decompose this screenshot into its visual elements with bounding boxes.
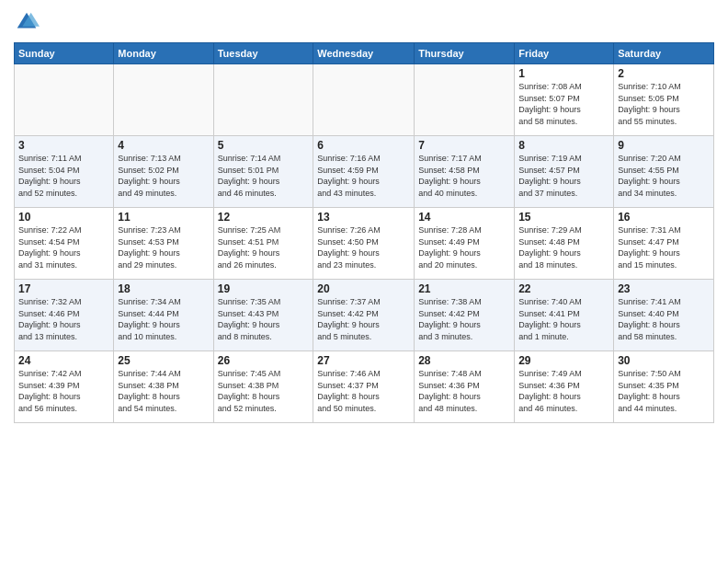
calendar-cell: 21Sunrise: 7:38 AM Sunset: 4:42 PM Dayli… <box>415 280 515 351</box>
calendar-cell: 14Sunrise: 7:28 AM Sunset: 4:49 PM Dayli… <box>415 208 515 280</box>
day-number: 27 <box>317 354 410 367</box>
day-number: 18 <box>118 282 209 295</box>
weekday-header-sunday: Sunday <box>15 43 114 64</box>
week-row-2: 3Sunrise: 7:11 AM Sunset: 5:04 PM Daylig… <box>15 136 714 208</box>
day-info: Sunrise: 7:49 AM Sunset: 4:36 PM Dayligh… <box>518 368 609 414</box>
day-number: 16 <box>618 211 710 224</box>
calendar-cell: 8Sunrise: 7:19 AM Sunset: 4:57 PM Daylig… <box>515 136 614 208</box>
day-number: 21 <box>418 282 510 295</box>
day-number: 12 <box>218 211 310 224</box>
calendar-cell: 5Sunrise: 7:14 AM Sunset: 5:01 PM Daylig… <box>213 136 313 208</box>
day-info: Sunrise: 7:22 AM Sunset: 4:54 PM Dayligh… <box>18 224 109 270</box>
day-number: 20 <box>317 282 410 295</box>
day-number: 24 <box>18 354 109 367</box>
day-info: Sunrise: 7:40 AM Sunset: 4:41 PM Dayligh… <box>518 296 609 342</box>
logo <box>14 9 43 35</box>
weekday-header-row: SundayMondayTuesdayWednesdayThursdayFrid… <box>15 43 714 64</box>
weekday-header-wednesday: Wednesday <box>313 43 415 64</box>
day-number: 5 <box>218 139 310 152</box>
day-info: Sunrise: 7:42 AM Sunset: 4:39 PM Dayligh… <box>18 368 109 414</box>
calendar-cell: 18Sunrise: 7:34 AM Sunset: 4:44 PM Dayli… <box>114 280 213 351</box>
day-number: 8 <box>518 139 609 152</box>
calendar-cell <box>415 64 515 136</box>
day-info: Sunrise: 7:41 AM Sunset: 4:40 PM Dayligh… <box>618 296 710 342</box>
calendar-cell: 23Sunrise: 7:41 AM Sunset: 4:40 PM Dayli… <box>614 280 714 351</box>
calendar-cell: 28Sunrise: 7:48 AM Sunset: 4:36 PM Dayli… <box>415 351 515 423</box>
calendar-cell: 22Sunrise: 7:40 AM Sunset: 4:41 PM Dayli… <box>515 280 614 351</box>
day-info: Sunrise: 7:23 AM Sunset: 4:53 PM Dayligh… <box>118 224 209 270</box>
calendar-cell: 16Sunrise: 7:31 AM Sunset: 4:47 PM Dayli… <box>614 208 714 280</box>
week-row-1: 1Sunrise: 7:08 AM Sunset: 5:07 PM Daylig… <box>15 64 714 136</box>
weekday-header-monday: Monday <box>114 43 213 64</box>
day-info: Sunrise: 7:17 AM Sunset: 4:58 PM Dayligh… <box>418 153 510 199</box>
day-info: Sunrise: 7:31 AM Sunset: 4:47 PM Dayligh… <box>618 224 710 270</box>
day-number: 7 <box>418 139 510 152</box>
calendar-cell: 15Sunrise: 7:29 AM Sunset: 4:48 PM Dayli… <box>515 208 614 280</box>
day-info: Sunrise: 7:35 AM Sunset: 4:43 PM Dayligh… <box>218 296 310 342</box>
calendar-cell: 24Sunrise: 7:42 AM Sunset: 4:39 PM Dayli… <box>15 351 114 423</box>
day-info: Sunrise: 7:14 AM Sunset: 5:01 PM Dayligh… <box>218 153 310 199</box>
day-number: 23 <box>618 282 710 295</box>
calendar-cell: 29Sunrise: 7:49 AM Sunset: 4:36 PM Dayli… <box>515 351 614 423</box>
calendar-cell: 2Sunrise: 7:10 AM Sunset: 5:05 PM Daylig… <box>614 64 714 136</box>
day-number: 11 <box>118 211 209 224</box>
day-number: 22 <box>518 282 609 295</box>
day-info: Sunrise: 7:11 AM Sunset: 5:04 PM Dayligh… <box>18 153 109 199</box>
calendar-cell: 19Sunrise: 7:35 AM Sunset: 4:43 PM Dayli… <box>213 280 313 351</box>
day-info: Sunrise: 7:45 AM Sunset: 4:38 PM Dayligh… <box>218 368 310 414</box>
calendar-cell: 13Sunrise: 7:26 AM Sunset: 4:50 PM Dayli… <box>313 208 415 280</box>
day-number: 4 <box>118 139 209 152</box>
day-info: Sunrise: 7:34 AM Sunset: 4:44 PM Dayligh… <box>118 296 209 342</box>
day-number: 1 <box>518 67 609 80</box>
calendar-table: SundayMondayTuesdayWednesdayThursdayFrid… <box>14 42 714 423</box>
week-row-3: 10Sunrise: 7:22 AM Sunset: 4:54 PM Dayli… <box>15 208 714 280</box>
calendar-cell: 7Sunrise: 7:17 AM Sunset: 4:58 PM Daylig… <box>415 136 515 208</box>
header <box>14 9 714 35</box>
day-number: 29 <box>518 354 609 367</box>
logo-icon <box>14 9 40 35</box>
day-info: Sunrise: 7:28 AM Sunset: 4:49 PM Dayligh… <box>418 224 510 270</box>
calendar-cell: 6Sunrise: 7:16 AM Sunset: 4:59 PM Daylig… <box>313 136 415 208</box>
day-number: 14 <box>418 211 510 224</box>
day-info: Sunrise: 7:08 AM Sunset: 5:07 PM Dayligh… <box>518 81 609 127</box>
calendar-cell <box>213 64 313 136</box>
day-number: 9 <box>618 139 710 152</box>
day-number: 28 <box>418 354 510 367</box>
weekday-header-saturday: Saturday <box>614 43 714 64</box>
calendar-cell: 3Sunrise: 7:11 AM Sunset: 5:04 PM Daylig… <box>15 136 114 208</box>
day-info: Sunrise: 7:10 AM Sunset: 5:05 PM Dayligh… <box>618 81 710 127</box>
day-number: 3 <box>18 139 109 152</box>
calendar-cell <box>313 64 415 136</box>
day-info: Sunrise: 7:44 AM Sunset: 4:38 PM Dayligh… <box>118 368 209 414</box>
calendar-cell: 11Sunrise: 7:23 AM Sunset: 4:53 PM Dayli… <box>114 208 213 280</box>
day-number: 10 <box>18 211 109 224</box>
page-container: SundayMondayTuesdayWednesdayThursdayFrid… <box>0 0 728 428</box>
day-info: Sunrise: 7:29 AM Sunset: 4:48 PM Dayligh… <box>518 224 609 270</box>
day-info: Sunrise: 7:32 AM Sunset: 4:46 PM Dayligh… <box>18 296 109 342</box>
calendar-cell: 27Sunrise: 7:46 AM Sunset: 4:37 PM Dayli… <box>313 351 415 423</box>
day-number: 25 <box>118 354 209 367</box>
day-info: Sunrise: 7:50 AM Sunset: 4:35 PM Dayligh… <box>618 368 710 414</box>
day-info: Sunrise: 7:13 AM Sunset: 5:02 PM Dayligh… <box>118 153 209 199</box>
calendar-cell: 20Sunrise: 7:37 AM Sunset: 4:42 PM Dayli… <box>313 280 415 351</box>
calendar-cell: 30Sunrise: 7:50 AM Sunset: 4:35 PM Dayli… <box>614 351 714 423</box>
calendar-cell: 25Sunrise: 7:44 AM Sunset: 4:38 PM Dayli… <box>114 351 213 423</box>
calendar-cell <box>15 64 114 136</box>
day-number: 15 <box>518 211 609 224</box>
calendar-cell: 26Sunrise: 7:45 AM Sunset: 4:38 PM Dayli… <box>213 351 313 423</box>
calendar-cell: 17Sunrise: 7:32 AM Sunset: 4:46 PM Dayli… <box>15 280 114 351</box>
calendar-cell: 12Sunrise: 7:25 AM Sunset: 4:51 PM Dayli… <box>213 208 313 280</box>
day-info: Sunrise: 7:26 AM Sunset: 4:50 PM Dayligh… <box>317 224 410 270</box>
day-info: Sunrise: 7:48 AM Sunset: 4:36 PM Dayligh… <box>418 368 510 414</box>
day-number: 26 <box>218 354 310 367</box>
day-info: Sunrise: 7:25 AM Sunset: 4:51 PM Dayligh… <box>218 224 310 270</box>
day-info: Sunrise: 7:38 AM Sunset: 4:42 PM Dayligh… <box>418 296 510 342</box>
weekday-header-friday: Friday <box>515 43 614 64</box>
day-number: 6 <box>317 139 410 152</box>
weekday-header-tuesday: Tuesday <box>213 43 313 64</box>
day-number: 2 <box>618 67 710 80</box>
weekday-header-thursday: Thursday <box>415 43 515 64</box>
day-number: 19 <box>218 282 310 295</box>
day-info: Sunrise: 7:19 AM Sunset: 4:57 PM Dayligh… <box>518 153 609 199</box>
day-info: Sunrise: 7:16 AM Sunset: 4:59 PM Dayligh… <box>317 153 410 199</box>
